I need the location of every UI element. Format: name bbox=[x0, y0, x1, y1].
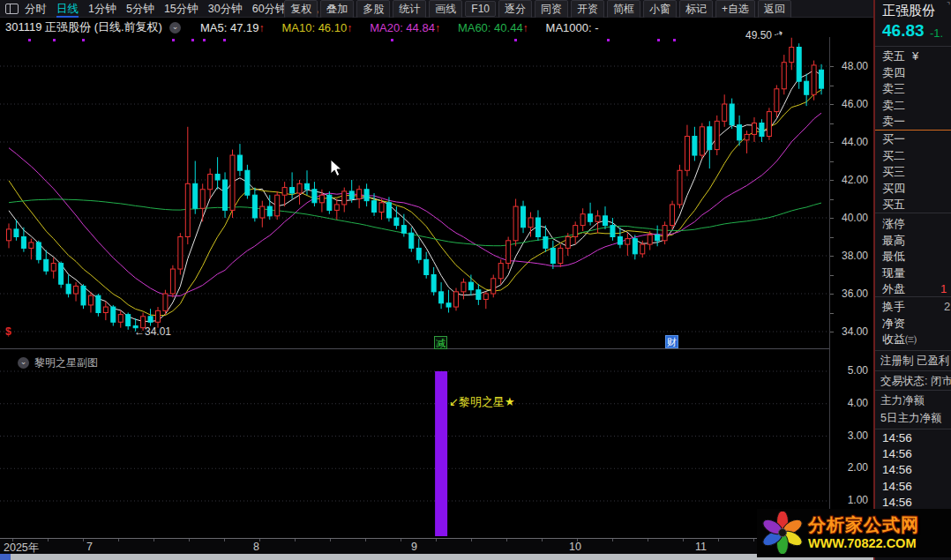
time-tick bbox=[118, 539, 119, 541]
ask-row-2[interactable]: 卖二 bbox=[882, 99, 905, 113]
indicator-chart[interactable] bbox=[0, 349, 829, 539]
chevron-down-icon[interactable] bbox=[169, 22, 181, 34]
stat-row-1: 最高 bbox=[882, 234, 905, 248]
month-label-8: 8 bbox=[253, 541, 259, 553]
toolbar-button-2[interactable]: 多股 bbox=[356, 0, 390, 19]
reduce-holding-marker[interactable]: 减 bbox=[434, 336, 447, 349]
stat2-row-0-value: 2 bbox=[944, 300, 950, 314]
trade-time-1: 14:56 bbox=[882, 447, 912, 460]
ma-legend: MA5: 47.19↑MA10: 46.10↑MA20: 44.84↑MA60:… bbox=[200, 21, 617, 34]
toolbar-button-6[interactable]: 逐分 bbox=[498, 0, 532, 19]
price-axis-label: 48.00 bbox=[842, 60, 868, 72]
divider bbox=[875, 390, 951, 391]
mouse-cursor bbox=[330, 159, 344, 178]
info-row-2: 主力净额 bbox=[880, 393, 925, 408]
toolbar-button-8[interactable]: 开资 bbox=[571, 0, 604, 19]
time-tick bbox=[683, 539, 684, 541]
period-tab-3[interactable]: 5分钟 bbox=[126, 1, 154, 18]
period-tab-5[interactable]: 30分钟 bbox=[208, 1, 243, 18]
stat2-row-2: 收益㈢ bbox=[882, 332, 917, 347]
time-tick bbox=[401, 539, 401, 541]
low-price-annotation: ←34.01 bbox=[134, 325, 171, 338]
indicator-axis-label: 1.00 bbox=[848, 494, 868, 506]
ask-row-3[interactable]: 卖三 bbox=[882, 82, 905, 96]
trade-time-2: 14:56 bbox=[882, 463, 912, 476]
bid-row-4[interactable]: 买四 bbox=[882, 182, 905, 196]
stat-row-4-value: 1 bbox=[940, 282, 947, 296]
indicator-axis-label: 5.00 bbox=[848, 364, 868, 377]
month-label-9: 9 bbox=[411, 541, 417, 553]
watermark: 分析家公式网 WWW.70822.COM bbox=[757, 509, 951, 557]
window-layout-icon[interactable] bbox=[5, 4, 19, 14]
period-tab-2[interactable]: 1分钟 bbox=[88, 1, 116, 18]
time-tick bbox=[154, 539, 154, 541]
month-label-11: 11 bbox=[695, 541, 707, 553]
time-tick bbox=[612, 539, 613, 541]
time-tick bbox=[224, 539, 225, 541]
axis-tick bbox=[830, 123, 834, 124]
sub-chart-area[interactable]: 黎明之星副图 bbox=[0, 348, 829, 538]
info-row-3: 5日主力净额 bbox=[880, 411, 941, 426]
up-arrow-icon: ↑ bbox=[347, 22, 352, 34]
divider bbox=[875, 429, 951, 429]
quote-panel: 正强股份 ⌝ 46.83 -1. 卖五¥卖四卖三卖二卖一买一买二买三买四买五涨停… bbox=[873, 0, 951, 560]
sub-chart-title: 黎明之星副图 bbox=[34, 355, 98, 370]
menu-bar: 分时日线1分钟5分钟15分钟30分钟60分钟周线月线更多〉 复权叠加多股统计画线… bbox=[0, 0, 873, 18]
bid-row-5[interactable]: 买五 bbox=[882, 198, 905, 212]
toolbar-button-10[interactable]: 小窗 bbox=[643, 0, 677, 19]
price-axis-label: 44.00 bbox=[842, 136, 868, 148]
toolbar-button-13[interactable]: 返回 bbox=[758, 0, 791, 19]
stat2-row-1: 净资 bbox=[882, 317, 905, 331]
dashed-arrow-icon: ⇢ bbox=[773, 26, 785, 41]
price-axis-label: 38.00 bbox=[842, 250, 868, 262]
flower-logo-icon bbox=[761, 511, 804, 554]
scrollbar-thumb[interactable] bbox=[0, 554, 11, 560]
time-tick bbox=[436, 539, 437, 541]
ask-row-4[interactable]: 卖四 bbox=[882, 66, 905, 80]
trading-app-window: 分时日线1分钟5分钟15分钟30分钟60分钟周线月线更多〉 复权叠加多股统计画线… bbox=[0, 0, 951, 560]
toolbar-button-11[interactable]: 标记 bbox=[679, 0, 713, 19]
ma-legend-item-1: MA10: 46.10↑ bbox=[281, 21, 352, 34]
candlestick-chart[interactable] bbox=[0, 37, 829, 348]
chevron-down-icon[interactable] bbox=[18, 357, 29, 369]
stat-row-3: 现量 bbox=[882, 266, 905, 280]
time-tick bbox=[365, 539, 366, 541]
bid-row-2[interactable]: 买二 bbox=[882, 149, 905, 163]
period-tab-4[interactable]: 15分钟 bbox=[164, 1, 198, 18]
price-axis-label: 36.00 bbox=[842, 287, 868, 300]
toolbar-button-12[interactable]: +自选 bbox=[715, 0, 755, 19]
toolbar-button-4[interactable]: 画线 bbox=[429, 0, 462, 19]
month-label-7: 7 bbox=[86, 541, 93, 553]
info-row-1: 交易状态: 闭市 bbox=[880, 374, 951, 389]
corner-mark-icon: ⌝ bbox=[947, 1, 950, 10]
trade-time-0: 14:56 bbox=[882, 431, 912, 444]
price-axis-label: 42.00 bbox=[842, 174, 868, 186]
ask-row-5[interactable]: 卖五¥ bbox=[882, 49, 905, 63]
axis-tick bbox=[830, 218, 834, 219]
up-arrow-icon: ↑ bbox=[435, 22, 440, 34]
bid-row-1[interactable]: 买一 bbox=[882, 132, 905, 146]
indicator-axis-label: 2.00 bbox=[848, 461, 868, 474]
main-chart-area[interactable] bbox=[0, 37, 829, 348]
price-axis-label: 46.00 bbox=[842, 98, 868, 110]
finance-report-marker[interactable]: 财 bbox=[665, 335, 678, 348]
time-tick bbox=[471, 539, 472, 541]
axis-tick bbox=[830, 275, 834, 276]
ask-row-5-value: ¥ bbox=[912, 49, 918, 63]
toolbar-button-5[interactable]: F10 bbox=[465, 1, 496, 17]
period-tab-0[interactable]: 分时 bbox=[25, 1, 47, 18]
toolbar-button-0[interactable]: 复权 bbox=[284, 0, 318, 19]
toolbar-button-1[interactable]: 叠加 bbox=[320, 0, 354, 19]
stat-row-0: 涨停 bbox=[882, 217, 905, 231]
time-tick bbox=[648, 539, 648, 541]
toolbar-button-3[interactable]: 统计 bbox=[393, 0, 426, 19]
toolbar-button-7[interactable]: 同资 bbox=[535, 0, 568, 19]
toolbar-button-9[interactable]: 简框 bbox=[607, 0, 640, 19]
ask-row-1[interactable]: 卖一 bbox=[882, 115, 905, 129]
time-tick bbox=[12, 539, 13, 541]
bid-row-3[interactable]: 买三 bbox=[882, 165, 905, 179]
dividend-marker[interactable]: $ bbox=[5, 325, 11, 338]
axis-tick bbox=[830, 256, 834, 257]
time-tick bbox=[189, 539, 190, 541]
period-tab-1[interactable]: 日线 bbox=[56, 1, 79, 18]
